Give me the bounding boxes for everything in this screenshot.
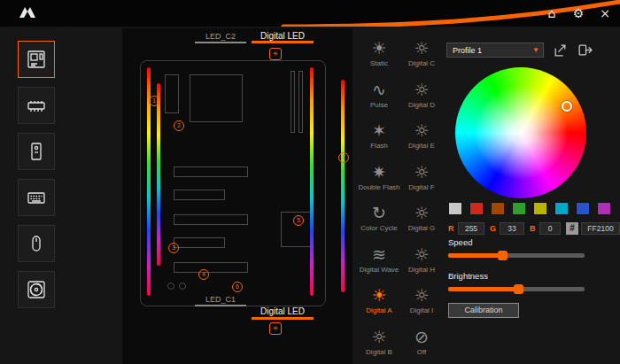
import-profile-button[interactable]	[553, 43, 568, 58]
preset-color-swatches	[448, 202, 618, 215]
led-strip-left-inner	[157, 83, 160, 266]
led-zone-marker[interactable]: 7	[338, 152, 349, 163]
color-wheel-selector[interactable]	[562, 101, 572, 112]
led-zone-marker[interactable]: 5	[293, 215, 304, 226]
mode-off[interactable]: ⊘Off	[400, 321, 443, 362]
led-zone-marker[interactable]: 1	[149, 96, 159, 106]
speed-slider-handle[interactable]	[498, 251, 508, 260]
rgb-lighting-app: ⌂ ⚙ ×	[0, 0, 620, 364]
sidebar-item-pc-case[interactable]	[18, 133, 55, 170]
red-label: R	[448, 224, 455, 233]
pcie-slot	[174, 190, 225, 200]
red-value-field[interactable]: 255	[458, 222, 484, 235]
digital-led-bottom-underline	[252, 317, 314, 320]
board-dot	[179, 283, 186, 290]
digital-g-mode-icon: ☼	[414, 202, 429, 223]
calibration-button[interactable]: Calibration	[448, 303, 519, 318]
mode-color-cycle[interactable]: ↻Color Cycle	[358, 197, 400, 238]
pulse-mode-icon: ∿	[372, 79, 386, 100]
memory-slot	[291, 71, 295, 133]
mode-static[interactable]: ☀Static	[358, 32, 400, 74]
fan-icon	[27, 280, 46, 299]
speed-slider[interactable]	[448, 251, 585, 260]
led-zone-marker[interactable]: 2	[174, 120, 184, 131]
led-zone-marker[interactable]: 3	[168, 243, 179, 253]
blue-label: B	[530, 224, 537, 233]
digital-d-mode-icon: ☼	[414, 79, 429, 100]
sidebar-item-keyboard[interactable]	[18, 179, 55, 216]
brightness-slider[interactable]	[448, 284, 585, 294]
hex-hash-icon: #	[566, 222, 578, 235]
color-swatch[interactable]	[512, 202, 526, 215]
digital-led-top-connector-icon[interactable]: ✳	[269, 48, 282, 60]
double-flash-mode-icon: ✷	[372, 161, 386, 182]
led-strip-right-outer	[341, 80, 345, 292]
device-sidebar	[18, 41, 55, 317]
mode-digital-g[interactable]: ☼Digital G	[400, 197, 443, 238]
speed-slider-track[interactable]	[448, 253, 585, 258]
digital-led-top-label[interactable]: Digital LED	[253, 31, 312, 41]
mode-digital-i[interactable]: ☼Digital I	[400, 279, 443, 321]
color-swatch[interactable]	[533, 202, 547, 215]
mode-digital-e[interactable]: ☼Digital E	[400, 114, 443, 156]
digital-led-bottom-label[interactable]: Digital LED	[253, 306, 312, 316]
mode-digital-wave[interactable]: ≋Digital Wave	[358, 238, 400, 280]
io-slot	[165, 74, 179, 113]
static-mode-icon: ☀	[371, 37, 386, 58]
digital-led-bottom-connector-icon[interactable]: ✳	[269, 322, 282, 335]
sidebar-item-cooler[interactable]	[18, 271, 55, 308]
mode-digital-b[interactable]: ☼Digital B	[358, 321, 400, 362]
color-swatch[interactable]	[597, 202, 611, 215]
color-wheel[interactable]	[455, 67, 586, 198]
mode-pulse[interactable]: ∿Pulse	[358, 74, 400, 115]
profile-dropdown[interactable]: Profile 1 ▼	[446, 43, 544, 58]
led-c1-header-label[interactable]: LED_C1	[198, 295, 244, 304]
pcie-slot	[174, 167, 248, 177]
led-zone-marker[interactable]: 4	[198, 269, 209, 280]
sidebar-item-motherboard[interactable]	[18, 41, 55, 78]
color-swatch[interactable]	[469, 202, 484, 215]
brand-logo	[18, 4, 37, 24]
profile-dropdown-value: Profile 1	[447, 46, 532, 55]
import-profile-icon	[553, 43, 568, 58]
mode-double-flash[interactable]: ✷Double Flash	[358, 156, 400, 197]
digital-led-top-underline	[252, 41, 314, 43]
green-label: G	[490, 224, 497, 233]
mode-flash[interactable]: ✶Flash	[358, 114, 400, 156]
color-swatch[interactable]	[576, 202, 590, 215]
cpu-socket	[190, 74, 243, 122]
digital-i-mode-icon: ☼	[414, 284, 429, 306]
speed-slider-fill	[448, 253, 503, 258]
chevron-down-icon: ▼	[532, 46, 543, 54]
sidebar-item-memory[interactable]	[18, 87, 55, 124]
brightness-slider-track[interactable]	[448, 287, 585, 291]
led-zone-marker[interactable]: 6	[232, 282, 243, 292]
led-c1-underline	[195, 305, 246, 306]
mode-digital-h[interactable]: ☼Digital H	[400, 238, 443, 280]
digital-h-mode-icon: ☼	[414, 244, 429, 265]
mouse-icon	[27, 234, 46, 253]
color-swatch[interactable]	[448, 202, 462, 215]
pcie-slot	[174, 237, 225, 248]
lighting-mode-grid: ☀Static ☼Digital C ∿Pulse ☼Digital D ✶Fl…	[358, 32, 443, 361]
color-swatch[interactable]	[554, 202, 569, 215]
motherboard-preview-panel: LED_C2 Digital LED ✳ 1 2 3 4 5	[122, 28, 353, 364]
led-strip-right-inner	[310, 67, 314, 296]
off-mode-icon: ⊘	[415, 326, 429, 347]
mode-digital-a[interactable]: ☀Digital A	[358, 279, 400, 321]
color-cycle-mode-icon: ↻	[372, 202, 386, 223]
export-profile-button[interactable]	[577, 43, 593, 58]
mode-digital-d[interactable]: ☼Digital D	[400, 74, 443, 115]
green-value-field[interactable]: 33	[500, 222, 524, 235]
digital-wave-mode-icon: ≋	[372, 244, 386, 265]
mode-digital-f[interactable]: ☼Digital F	[400, 156, 443, 197]
sidebar-item-mouse[interactable]	[18, 225, 55, 262]
brightness-slider-handle[interactable]	[514, 284, 523, 294]
led-c2-header-label[interactable]: LED_C2	[198, 32, 244, 41]
flash-mode-icon: ✶	[372, 120, 386, 141]
blue-value-field[interactable]: 0	[539, 222, 561, 235]
mode-digital-c[interactable]: ☼Digital C	[400, 32, 443, 74]
color-swatch[interactable]	[491, 202, 505, 215]
board-dot	[167, 283, 174, 290]
hex-value-field[interactable]: FF2100	[581, 222, 620, 235]
